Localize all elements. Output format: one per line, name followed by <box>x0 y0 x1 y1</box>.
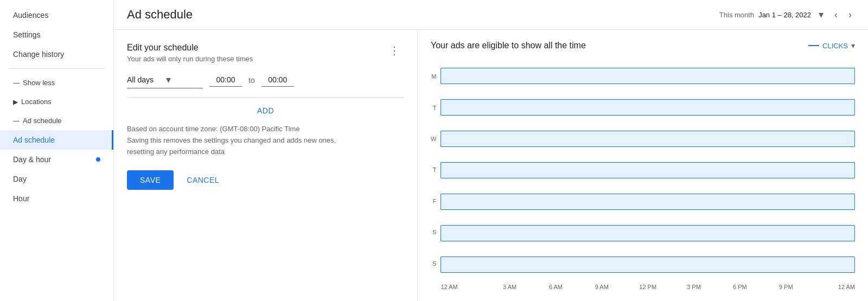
minus-icon: — <box>13 79 20 87</box>
edit-panel-subtitle: Your ads will only run during these time… <box>127 55 253 63</box>
edit-panel-titles: Edit your schedule Your ads will only ru… <box>127 43 253 63</box>
chart-bar-m <box>441 68 855 84</box>
y-label-m: M <box>431 74 436 80</box>
schedule-row: All days ▾ to <box>127 72 404 98</box>
show-less-toggle[interactable]: — Show less <box>0 73 113 92</box>
chart-row-t1 <box>441 93 855 122</box>
add-button[interactable]: ADD <box>127 106 404 115</box>
chart-bar-t2 <box>441 162 855 178</box>
info-line2: Saving this removes the settings you cha… <box>127 135 404 146</box>
y-label-t2: T <box>431 167 436 173</box>
info-line1: Based on account time zone: (GMT-08:00) … <box>127 124 404 135</box>
chevron-down-icon: ▾ <box>166 74 203 86</box>
change-history-label: Change history <box>13 50 64 59</box>
edit-panel: Edit your schedule Your ads will only ru… <box>114 30 418 301</box>
topbar: Ad schedule This month Jan 1 – 28, 2022 … <box>114 0 868 30</box>
content-area: Edit your schedule Your ads will only ru… <box>114 30 868 301</box>
x-label-9am: 9 AM <box>579 284 625 290</box>
chart-y-labels: M T W T F S S <box>431 61 441 290</box>
chart-row-w <box>441 124 855 153</box>
chart-header: Your ads are eligible to show all the ti… <box>431 41 855 50</box>
chart-row-s2 <box>441 250 855 279</box>
active-dot <box>96 157 100 162</box>
chart-grid: M T W T F S S <box>431 61 855 290</box>
day-select-value: All days <box>127 75 164 84</box>
locations-label: Locations <box>21 98 52 106</box>
sidebar-item-hour[interactable]: Hour <box>0 189 113 208</box>
sidebar-item-day[interactable]: Day <box>0 169 113 189</box>
x-label-12pm: 12 PM <box>625 284 671 290</box>
legend-line <box>808 45 819 46</box>
chart-bar-s1 <box>441 225 855 241</box>
info-line3: resetting any performance data <box>127 146 404 158</box>
chart-bars: 12 AM 3 AM 6 AM 9 AM 12 PM 3 PM 6 PM 9 P… <box>441 61 855 290</box>
chart-legend[interactable]: CLICKS ▾ <box>808 41 855 50</box>
topbar-right: This month Jan 1 – 28, 2022 ▾ ‹ › <box>719 7 855 23</box>
hour-label: Hour <box>13 194 29 203</box>
x-label-3am: 3 AM <box>487 284 533 290</box>
chart-bar-s2 <box>441 257 855 273</box>
sidebar-item-change-history[interactable]: Change history <box>0 44 113 64</box>
edit-panel-title: Edit your schedule <box>127 43 253 53</box>
date-dropdown-btn[interactable]: ▾ <box>815 7 827 23</box>
show-less-label: Show less <box>23 79 55 87</box>
chart-panel: Your ads are eligible to show all the ti… <box>418 30 868 301</box>
day-select[interactable]: All days ▾ <box>127 72 203 88</box>
sidebar-divider <box>9 68 105 69</box>
chart-title: Your ads are eligible to show all the ti… <box>431 41 586 50</box>
sidebar-item-ad-schedule[interactable]: Ad schedule <box>0 130 113 150</box>
chart-bar-t1 <box>441 99 855 116</box>
x-label-12am-start: 12 AM <box>441 284 487 290</box>
action-buttons: SAVE CANCEL <box>127 170 404 190</box>
sidebar-item-audiences[interactable]: Audiences <box>0 5 113 25</box>
chart-row-f <box>441 187 855 216</box>
y-label-w: W <box>431 136 436 142</box>
x-label-6pm: 6 PM <box>717 284 763 290</box>
legend-chevron-icon: ▾ <box>851 41 855 50</box>
y-label-s2: S <box>431 261 436 267</box>
this-month-label: This month <box>719 11 754 19</box>
sidebar: Audiences Settings Change history — Show… <box>0 0 114 301</box>
ad-schedule-section[interactable]: — Ad schedule <box>0 111 113 130</box>
edit-panel-header: Edit your schedule Your ads will only ru… <box>127 43 404 63</box>
info-text: Based on account time zone: (GMT-08:00) … <box>127 124 404 157</box>
audiences-label: Audiences <box>13 11 48 20</box>
x-label-9pm: 9 PM <box>763 284 809 290</box>
chart-bar-w <box>441 131 855 147</box>
chart-bar-f <box>441 194 855 210</box>
chevron-right-icon: ▶ <box>13 98 18 106</box>
x-label-12am-end: 12 AM <box>809 284 855 290</box>
y-label-t1: T <box>431 105 436 111</box>
chart-area: M T W T F S S <box>431 61 855 290</box>
chart-row-s1 <box>441 219 855 248</box>
legend-label: CLICKS <box>822 42 848 50</box>
settings-label: Settings <box>13 30 41 39</box>
locations-toggle[interactable]: ▶ Locations <box>0 92 113 111</box>
time-to-input[interactable] <box>261 73 294 87</box>
ad-schedule-label: Ad schedule <box>13 136 55 144</box>
to-label: to <box>248 76 255 85</box>
y-label-f: F <box>431 198 436 204</box>
more-options-btn[interactable]: ⋮ <box>386 43 404 58</box>
main-content: Ad schedule This month Jan 1 – 28, 2022 … <box>114 0 868 301</box>
sidebar-item-settings[interactable]: Settings <box>0 25 113 44</box>
ad-schedule-section-label: Ad schedule <box>23 117 62 125</box>
minus-icon-2: — <box>13 117 20 125</box>
time-from-input[interactable] <box>209 73 242 87</box>
page-title: Ad schedule <box>127 8 193 22</box>
chart-row-m <box>441 61 855 91</box>
x-label-6am: 6 AM <box>533 284 579 290</box>
chart-row-t2 <box>441 156 855 185</box>
date-range: Jan 1 – 28, 2022 <box>758 11 811 19</box>
prev-date-btn[interactable]: ‹ <box>831 7 841 23</box>
x-label-3pm: 3 PM <box>671 284 717 290</box>
next-date-btn[interactable]: › <box>845 7 855 23</box>
y-label-s1: S <box>431 229 436 235</box>
day-label: Day <box>13 175 27 183</box>
save-button[interactable]: SAVE <box>127 170 174 190</box>
chart-x-axis: 12 AM 3 AM 6 AM 9 AM 12 PM 3 PM 6 PM 9 P… <box>441 284 855 290</box>
day-hour-label: Day & hour <box>13 155 51 164</box>
sidebar-item-day-hour[interactable]: Day & hour <box>0 150 113 169</box>
cancel-button[interactable]: CANCEL <box>182 170 224 190</box>
